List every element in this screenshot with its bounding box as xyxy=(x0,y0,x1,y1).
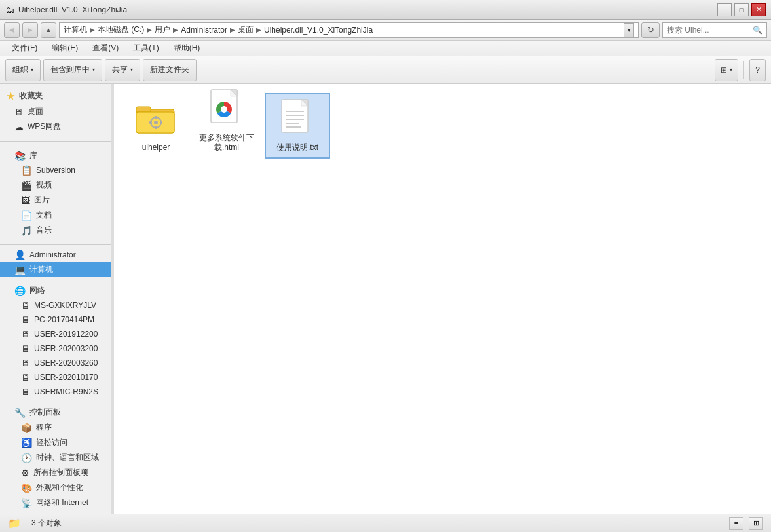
sidebar-item-time-lang[interactable]: 🕐 时钟、语言和区域 xyxy=(0,450,111,465)
admin-icon: 👤 xyxy=(14,250,26,260)
control-panel-icon: 🔧 xyxy=(14,408,26,418)
pc-icon-6: 🖥 xyxy=(21,372,30,383)
sidebar-favorites-section: ★ 收藏夹 🖥 桌面 ☁ WPS网盘 xyxy=(0,84,111,138)
file-item-txt[interactable]: 使用说明.txt xyxy=(265,93,330,159)
content-area: uihelper xyxy=(114,84,771,514)
status-view-list-button[interactable]: ≡ xyxy=(729,517,743,530)
sidebar-item-wps[interactable]: ☁ WPS网盘 xyxy=(0,119,111,134)
address-bar[interactable]: 计算机 ▶ 本地磁盘 (C:) ▶ 用户 ▶ Administrator ▶ 桌… xyxy=(59,22,639,38)
search-input[interactable] xyxy=(667,26,750,35)
menu-view[interactable]: 查看(V) xyxy=(86,42,125,55)
minimize-button[interactable]: ─ xyxy=(717,3,732,16)
computer-icon: 💻 xyxy=(14,265,26,275)
sidebar-item-all-control[interactable]: ⚙ 所有控制面板项 xyxy=(0,465,111,480)
view-dropdown-icon: ▾ xyxy=(730,67,732,73)
program-icon: 📦 xyxy=(21,423,32,433)
pc-2017-label: PC-20170414PM xyxy=(34,315,94,324)
ms-gx-label: MS-GXKIXRYJLV xyxy=(34,301,96,310)
up-button[interactable]: ▲ xyxy=(41,22,56,38)
network-internet-label: 网络和 Internet xyxy=(36,497,88,508)
menu-edit[interactable]: 编辑(E) xyxy=(45,42,85,55)
new-folder-button[interactable]: 新建文件夹 xyxy=(143,59,197,81)
sidebar-item-network-internet[interactable]: 📡 网络和 Internet xyxy=(0,495,111,510)
sidebar-item-network[interactable]: 🌐 网络 xyxy=(0,283,111,298)
file-item-html[interactable]: 更多系统软件下 载.html xyxy=(194,93,259,159)
sidebar-item-video[interactable]: 🎬 视频 xyxy=(0,178,111,193)
folder-icon-area xyxy=(135,100,177,139)
sidebar-item-music[interactable]: 🎵 音乐 xyxy=(0,223,111,238)
svg-rect-1 xyxy=(136,107,151,112)
help-icon: ? xyxy=(755,66,760,75)
sidebar-divider-3 xyxy=(0,280,111,280)
forward-button[interactable]: ▶ xyxy=(22,22,38,38)
new-folder-label: 新建文件夹 xyxy=(150,64,189,75)
organize-label: 组织 xyxy=(12,64,28,75)
subversion-icon: 📋 xyxy=(21,165,32,176)
library-label: 库 xyxy=(29,150,37,161)
wps-label: WPS网盘 xyxy=(28,121,61,132)
menu-bar: 文件(F) 编辑(E) 查看(V) 工具(T) 帮助(H) xyxy=(0,41,771,56)
menu-help[interactable]: 帮助(H) xyxy=(167,42,207,55)
address-dropdown-button[interactable]: ▾ xyxy=(624,23,634,37)
image-label: 图片 xyxy=(34,195,50,206)
sidebar-item-user-2020b[interactable]: 🖥 USER-202003260 xyxy=(0,356,111,370)
organize-button[interactable]: 组织 ▾ xyxy=(5,59,41,81)
favorites-star-icon: ★ xyxy=(7,91,15,102)
easy-access-label: 轻松访问 xyxy=(36,437,67,448)
sidebar-item-easy-access[interactable]: ♿ 轻松访问 xyxy=(0,435,111,450)
include-library-button[interactable]: 包含到库中 ▾ xyxy=(43,59,102,81)
share-button[interactable]: 共享 ▾ xyxy=(105,59,140,81)
sidebar-item-appearance[interactable]: 🎨 外观和个性化 xyxy=(0,480,111,495)
file-label-html: 更多系统软件下 载.html xyxy=(199,133,254,153)
back-button[interactable]: ◀ xyxy=(4,22,20,38)
sidebar-item-pc-2017[interactable]: 🖥 PC-20170414PM xyxy=(0,313,111,327)
refresh-button[interactable]: ↻ xyxy=(641,22,660,38)
usermic-label: USERMIC-R9N2S xyxy=(34,387,98,396)
sidebar-item-usermic[interactable]: 🖥 USERMIC-R9N2S xyxy=(0,385,111,399)
sidebar: ★ 收藏夹 🖥 桌面 ☁ WPS网盘 📚 库 📋 Subversion xyxy=(0,84,111,514)
sidebar-item-library[interactable]: 📚 库 xyxy=(0,148,111,163)
pc-icon-2: 🖥 xyxy=(21,314,30,325)
status-view-grid-button[interactable]: ⊞ xyxy=(749,517,763,530)
maximize-button[interactable]: □ xyxy=(734,3,749,16)
sidebar-item-admin[interactable]: 👤 Administrator xyxy=(0,248,111,262)
sidebar-item-desktop[interactable]: 🖥 桌面 xyxy=(0,104,111,119)
file-label-uihelper: uihelper xyxy=(142,143,170,153)
user-2020b-label: USER-202003260 xyxy=(34,358,98,368)
sidebar-item-subversion[interactable]: 📋 Subversion xyxy=(0,163,111,178)
sidebar-item-ms-gx[interactable]: 🖥 MS-GXKIXRYJLV xyxy=(0,298,111,313)
computer-label: 计算机 xyxy=(29,264,53,275)
network-icon: 🌐 xyxy=(14,286,26,296)
search-box[interactable]: 🔍 xyxy=(662,22,767,38)
file-item-uihelper[interactable]: uihelper xyxy=(123,93,189,159)
view-icon: ⊞ xyxy=(721,66,727,75)
status-bar: 📁 3 个对象 ≡ ⊞ xyxy=(0,514,771,532)
all-control-icon: ⚙ xyxy=(21,468,29,478)
include-dropdown-icon: ▾ xyxy=(92,67,95,73)
menu-tools[interactable]: 工具(T) xyxy=(126,42,165,55)
sidebar-item-program[interactable]: 📦 程序 xyxy=(0,420,111,435)
sidebar-item-control-panel[interactable]: 🔧 控制面板 xyxy=(0,405,111,420)
time-lang-icon: 🕐 xyxy=(21,453,32,463)
subversion-label: Subversion xyxy=(36,166,75,175)
menu-file[interactable]: 文件(F) xyxy=(5,42,44,55)
pc-icon-5: 🖥 xyxy=(21,358,30,368)
title-bar: 🗂 Uihelper.dll_V1.0_XiTongZhiJia ─ □ ✕ xyxy=(0,0,771,20)
sidebar-item-user-2019[interactable]: 🖥 USER-201912200 xyxy=(0,327,111,341)
svg-rect-5 xyxy=(155,116,157,119)
address-path: 计算机 ▶ 本地磁盘 (C:) ▶ 用户 ▶ Administrator ▶ 桌… xyxy=(64,24,624,35)
sidebar-divider-4 xyxy=(0,402,111,402)
view-toggle-button[interactable]: ⊞ ▾ xyxy=(715,59,738,81)
path-admin: Administrator xyxy=(181,26,227,35)
sidebar-item-doc[interactable]: 📄 文档 xyxy=(0,208,111,223)
txt-file-icon xyxy=(280,98,314,139)
control-panel-label: 控制面板 xyxy=(29,407,61,418)
close-button[interactable]: ✕ xyxy=(751,3,766,16)
pc-icon-4: 🖥 xyxy=(21,343,30,354)
sidebar-item-user-2020a[interactable]: 🖥 USER-202003200 xyxy=(0,341,111,356)
sidebar-item-user-2020c[interactable]: 🖥 USER-202010170 xyxy=(0,370,111,385)
share-label: 共享 xyxy=(112,64,128,75)
help-button[interactable]: ? xyxy=(749,59,766,81)
sidebar-item-image[interactable]: 🖼 图片 xyxy=(0,193,111,208)
sidebar-item-computer[interactable]: 💻 计算机 xyxy=(0,262,111,277)
